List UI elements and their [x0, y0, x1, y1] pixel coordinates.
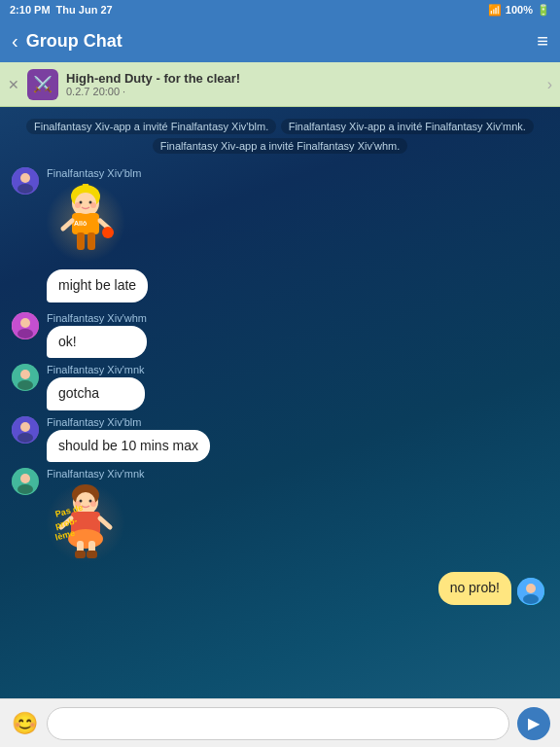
- status-time: 2:10 PM: [10, 4, 51, 16]
- svg-point-24: [18, 380, 33, 390]
- notif-arrow-icon: ›: [547, 76, 552, 93]
- svg-point-27: [18, 433, 33, 443]
- svg-line-13: [63, 221, 72, 229]
- message-row-4: Finalfantasy Xiv'mnk gotcha: [12, 364, 548, 410]
- sender-name-blm-1: Finalfantasy Xiv'blm: [47, 167, 141, 179]
- svg-point-51: [523, 594, 539, 604]
- notif-close-button[interactable]: ✕: [8, 77, 19, 92]
- svg-point-50: [526, 584, 536, 593]
- avatar-blm-1: [12, 167, 39, 195]
- notif-text-area: High-end Duty - for the clear! 0.2.7 20:…: [66, 71, 547, 97]
- message-row-5: Finalfantasy Xiv'blm should be 10 mins m…: [12, 416, 548, 463]
- system-messages: Finalfantasy Xiv-app a invité Finalfanta…: [12, 117, 548, 156]
- svg-rect-43: [87, 551, 97, 558]
- wifi-icon: 📶: [488, 4, 502, 17]
- svg-point-11: [75, 202, 81, 208]
- right-message-inner: no prob!: [438, 572, 544, 605]
- input-bar: 😊 ▶: [0, 698, 560, 747]
- status-bar: 2:10 PM Thu Jun 27 📶 100% 🔋: [0, 0, 560, 19]
- status-right: 📶 100% 🔋: [488, 4, 550, 17]
- send-icon: ▶: [528, 714, 540, 732]
- notif-title: High-end Duty - for the clear!: [66, 71, 547, 86]
- system-msg-1: Finalfantasy Xiv-app a invité Finalfanta…: [26, 119, 276, 134]
- system-msg-3: Finalfantasy Xiv-app a invité Finalfanta…: [153, 138, 408, 154]
- svg-text:Allô: Allô: [74, 220, 87, 227]
- page-title: Group Chat: [26, 31, 538, 52]
- status-left: 2:10 PM Thu Jun 27: [10, 4, 113, 16]
- system-msg-2: Finalfantasy Xiv-app a invité Finalfanta…: [281, 119, 534, 134]
- bubble-no-prob: no prob!: [438, 572, 511, 605]
- svg-point-23: [20, 370, 30, 379]
- svg-point-20: [20, 318, 30, 328]
- notif-subtitle: 0.2.7 20:00 ·: [66, 86, 547, 97]
- avatar-whm: [12, 312, 39, 339]
- svg-point-29: [20, 474, 30, 483]
- notif-icon: ⚔️: [27, 69, 58, 100]
- message-row-3: Finalfantasy Xiv'whm ok!: [12, 312, 548, 359]
- svg-rect-16: [88, 232, 95, 250]
- svg-point-37: [90, 501, 96, 507]
- message-row-6: Finalfantasy Xiv'mnk: [12, 468, 548, 564]
- svg-line-45: [100, 518, 110, 527]
- bubble-ok: ok!: [47, 326, 147, 359]
- send-button[interactable]: ▶: [517, 707, 550, 740]
- avatar-mnk-1: [12, 364, 39, 391]
- svg-point-21: [18, 329, 33, 338]
- emoji-button[interactable]: 😊: [10, 709, 39, 738]
- menu-button[interactable]: ≡: [537, 30, 548, 53]
- sender-name-whm: Finalfantasy Xiv'whm: [47, 312, 147, 324]
- sticker-1: Allô: [47, 181, 124, 264]
- status-date: Thu Jun 27: [56, 4, 113, 16]
- sender-name-mnk-1: Finalfantasy Xiv'mnk: [47, 364, 145, 375]
- header: ‹ Group Chat ≡: [0, 19, 560, 62]
- notification-banner[interactable]: ✕ ⚔️ High-end Duty - for the clear! 0.2.…: [0, 62, 560, 107]
- avatar-self: [517, 578, 544, 605]
- avatar-blm-2: [12, 416, 39, 444]
- battery-icon: 🔋: [537, 4, 550, 17]
- bubble-10mins: should be 10 mins max: [47, 430, 210, 463]
- svg-point-18: [102, 227, 114, 238]
- bubble-might-be-late: might be late: [47, 269, 148, 302]
- back-button[interactable]: ‹: [12, 30, 18, 53]
- svg-rect-15: [77, 232, 85, 250]
- bubble-gotcha: gotcha: [47, 377, 145, 410]
- svg-point-26: [20, 422, 30, 432]
- svg-rect-42: [75, 551, 86, 558]
- sender-name-blm-2: Finalfantasy Xiv'blm: [47, 416, 210, 428]
- emoji-icon: 😊: [12, 711, 38, 736]
- svg-point-12: [90, 202, 96, 208]
- message-row-7: no prob!: [12, 572, 548, 605]
- svg-point-2: [18, 184, 33, 194]
- avatar-mnk-2: [12, 468, 39, 495]
- sender-name-mnk-2: Finalfantasy Xiv'mnk: [47, 468, 145, 480]
- message-row-2: might be late: [12, 269, 548, 302]
- sticker-2: Pas de prob- lème: [47, 481, 124, 564]
- message-input[interactable]: [47, 707, 509, 740]
- notif-icon-emoji: ⚔️: [33, 75, 52, 93]
- message-row-1: Finalfantasy Xiv'blm: [12, 167, 548, 264]
- battery-label: 100%: [506, 4, 533, 16]
- messages-area: Finalfantasy Xiv-app a invité Finalfanta…: [0, 107, 560, 698]
- svg-point-1: [20, 173, 30, 183]
- svg-point-30: [18, 484, 33, 494]
